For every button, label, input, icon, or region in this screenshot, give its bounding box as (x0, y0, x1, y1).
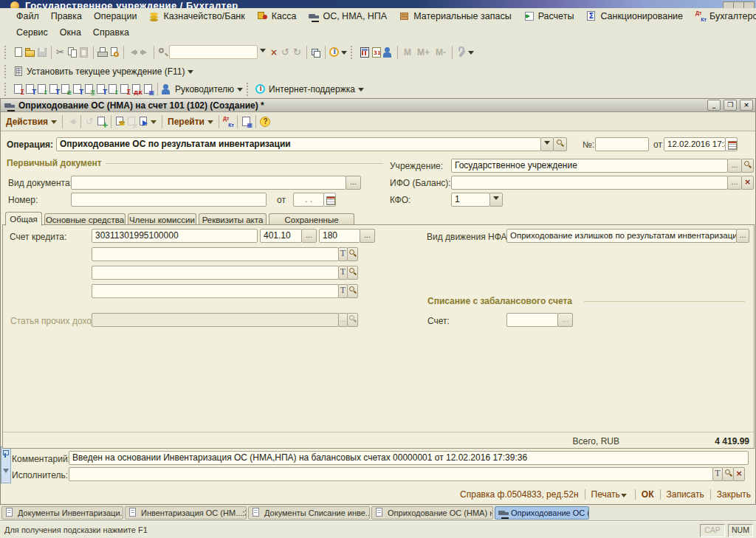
document-date-field[interactable]: 12.02.2016 17:39:37 (664, 137, 726, 151)
window-restore-button[interactable]: ❒ (724, 100, 737, 111)
report-icon-8[interactable] (95, 83, 107, 95)
windows-list-icon[interactable] (310, 46, 322, 58)
menu-operations[interactable]: Операции (88, 10, 142, 23)
other-income-find-button[interactable] (347, 313, 358, 327)
menu-treasury-bank[interactable]: Казначейство/Банк (142, 9, 250, 24)
close-button[interactable]: Закрыть (717, 489, 751, 500)
kosgu-field[interactable]: 180 (319, 229, 360, 243)
doc-kind-select-button[interactable]: ... (346, 176, 361, 190)
search-icon[interactable] (157, 46, 169, 58)
search-dropdown-icon[interactable] (260, 49, 266, 55)
operation-dropdown-button[interactable] (540, 137, 554, 151)
actions-menu-button[interactable]: Действия (4, 117, 50, 127)
print-button[interactable]: Печать (591, 489, 629, 500)
menu-edit[interactable]: Правка (45, 10, 88, 23)
app-minimize-button[interactable] (723, 1, 734, 8)
account-select-button[interactable]: ... (301, 229, 317, 243)
set-institution-button[interactable]: Установить текущее учреждение (F11) (24, 66, 187, 77)
goto-menu-button[interactable]: Перейти (165, 117, 207, 127)
toolbar-grip[interactable] (351, 46, 355, 59)
menu-service[interactable]: Сервис (10, 26, 54, 39)
tab-general[interactable]: Общая (5, 212, 42, 226)
ifo-clear-button[interactable]: × (741, 176, 754, 190)
institution-find-button[interactable] (741, 159, 754, 173)
subconto-2-find-button[interactable] (347, 266, 358, 280)
user-lock-icon[interactable] (382, 46, 394, 58)
tab-act-details[interactable]: Реквизиты акта (199, 213, 267, 225)
institution-select-button[interactable]: ... (727, 159, 742, 173)
report-icon-11[interactable] (131, 83, 142, 95)
subconto-field-2[interactable] (92, 266, 339, 280)
unpost-document-icon[interactable] (126, 116, 138, 128)
primary-doc-date-field[interactable]: . . (293, 193, 324, 207)
report-icon-1[interactable] (13, 83, 24, 95)
menu-cash[interactable]: Касса (251, 9, 303, 24)
other-income-field[interactable] (92, 313, 339, 327)
output-dropdown-icon[interactable] (151, 120, 157, 127)
dock-arrow-icon[interactable] (1, 466, 10, 477)
paste-icon[interactable] (78, 46, 90, 58)
tab-commission-members[interactable]: Члены комиссии (128, 213, 196, 225)
reread-icon[interactable] (66, 116, 78, 128)
subconto-field-1[interactable] (92, 247, 339, 261)
service-messages-dock[interactable] (1, 446, 11, 483)
operation-find-button[interactable] (553, 137, 567, 151)
new-document-icon[interactable] (13, 46, 24, 58)
window-close-button[interactable]: × (740, 100, 753, 111)
tab-saved-forms[interactable]: Сохраненные формы (269, 213, 354, 225)
executor-find-button[interactable] (722, 467, 734, 481)
menu-help[interactable]: Справка (87, 26, 135, 39)
report-icon-3[interactable] (36, 83, 48, 95)
institution-field[interactable]: Государственное учреждение (451, 159, 728, 173)
report-icon-12[interactable] (142, 83, 154, 95)
cut-icon[interactable] (55, 46, 66, 58)
set-institution-dropdown-icon[interactable] (188, 70, 193, 77)
document-report-icon[interactable] (241, 116, 252, 128)
toolbar-grip[interactable] (4, 46, 9, 59)
report-icon-5[interactable] (60, 83, 72, 95)
manager-menu-button[interactable]: Руководителю (173, 84, 236, 94)
ifo-select-button[interactable]: ... (727, 176, 742, 190)
forward-icon[interactable] (139, 46, 151, 58)
executor-field[interactable] (69, 467, 713, 481)
nfa-select-button[interactable]: ... (736, 229, 749, 243)
report-icon-9[interactable] (107, 83, 119, 95)
back-icon[interactable] (127, 46, 139, 58)
settings-dropdown-icon[interactable] (468, 51, 474, 58)
primary-doc-calendar-button[interactable] (323, 193, 336, 207)
kosgu-select-button[interactable]: ... (360, 229, 375, 243)
open-icon[interactable] (24, 46, 36, 58)
window-tab-capitalization-active[interactable]: Оприходование ОС (НМА) н... (495, 506, 589, 520)
report-icon-10[interactable] (119, 83, 131, 95)
info-icon[interactable] (329, 46, 340, 58)
settings-wrench-icon[interactable] (456, 46, 467, 58)
report-icon-2[interactable] (24, 83, 36, 95)
save-button[interactable]: Записать (667, 489, 704, 500)
window-tab-inventory-os[interactable]: Инвентаризация ОС (НМ...:36 (125, 506, 247, 520)
actions-dropdown-icon[interactable] (51, 120, 57, 127)
save-icon[interactable] (36, 46, 48, 58)
memory-m-minus-button[interactable]: M- (433, 47, 449, 58)
account-code-field[interactable]: 401.10 (260, 229, 302, 243)
menu-windows[interactable]: Окна (54, 26, 87, 39)
credit-account-field[interactable]: 30311301995100000 (92, 229, 258, 243)
find-previous-icon[interactable] (280, 46, 292, 58)
report-icon-4[interactable] (48, 83, 60, 95)
kfo-field[interactable]: 1 (451, 193, 490, 207)
subconto-3-find-button[interactable] (347, 284, 358, 298)
copy-icon[interactable] (66, 46, 78, 58)
kfo-dropdown-button[interactable] (489, 193, 503, 207)
report-icon-6[interactable] (72, 83, 83, 95)
primary-doc-number-field[interactable] (71, 193, 267, 207)
toolbar-grip[interactable] (4, 83, 9, 96)
toolbar-grip[interactable] (4, 65, 9, 78)
nfa-movement-field[interactable]: Оприходование излишков по результатам ин… (506, 229, 737, 243)
document-window-title-bar[interactable]: Оприходование ОС (НМА) на счет 101 (102)… (1, 99, 755, 112)
ok-button[interactable]: ОК (642, 489, 654, 500)
executor-clear-button[interactable]: × (733, 467, 745, 481)
window-minimize-button[interactable]: _ (707, 100, 721, 111)
report-icon-7[interactable] (83, 83, 95, 95)
calculator-icon[interactable] (359, 46, 371, 58)
doc-kind-field[interactable] (71, 176, 346, 190)
operation-field[interactable]: Оприходование ОС по результатам инвентар… (56, 137, 541, 151)
